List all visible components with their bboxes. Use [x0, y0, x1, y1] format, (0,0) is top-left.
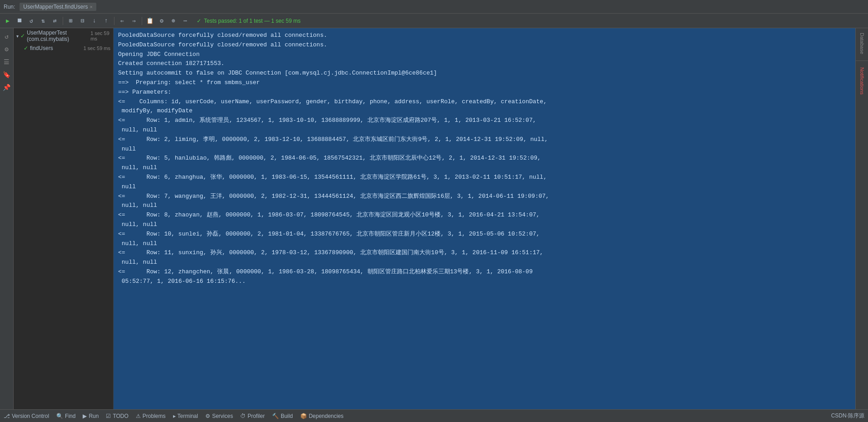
stop-button[interactable]: ⏹ — [15, 16, 25, 26]
settings-side-icon[interactable]: ⚙ — [1, 44, 12, 55]
console-line: Created connection 1827171553. — [118, 59, 851, 69]
separator-1 — [63, 17, 63, 25]
terminal-icon: ▸ — [173, 413, 176, 419]
test-tree-root[interactable]: ▾ ✓ UserMapperTest (com.csi.mybatis) 1 s… — [14, 28, 113, 44]
notifications-panel-icon[interactable]: Notifications — [858, 65, 866, 96]
sort-button[interactable]: ⇅ — [38, 16, 48, 26]
build-icon: 🔨 — [272, 413, 279, 419]
build-item[interactable]: 🔨 Build — [272, 413, 293, 419]
bookmark-side-icon[interactable]: 🔖 — [1, 69, 12, 80]
version-control-label: Version Control — [12, 413, 49, 419]
console-line: <= Row: 6, zhanghua, 张华, 0000000, 1, 198… — [118, 173, 851, 192]
test-method-label: findUsers — [30, 45, 53, 51]
run-label-status: Run — [89, 413, 99, 419]
test-class-label: UserMapperTest (com.csi.mybatis) — [27, 30, 89, 42]
profiler-item[interactable]: ⏱ Profiler — [240, 413, 265, 419]
console-line: <= Row: 12, zhangchen, 张晨, 0000000, 1, 1… — [118, 267, 851, 286]
console-line: Opening JDBC Connection — [118, 50, 851, 60]
dependencies-label: Dependencies — [309, 413, 344, 419]
down-button[interactable]: ↓ — [89, 16, 99, 26]
status-right: CSDN·陈序源 — [831, 412, 864, 420]
console-line: PooledDataSource forcefully closed/remov… — [118, 31, 851, 40]
todo-item[interactable]: ☑ TODO — [106, 413, 128, 419]
console-line: PooledDataSource forcefully closed/remov… — [118, 40, 851, 50]
prev-fail-button[interactable]: ⇐ — [117, 16, 127, 26]
todo-icon: ☑ — [106, 413, 111, 419]
console-output[interactable]: PooledDataSource forcefully closed/remov… — [114, 28, 855, 409]
todo-label: TODO — [113, 413, 128, 419]
test-method-pass-icon: ✓ — [24, 45, 28, 51]
up-button[interactable]: ↑ — [101, 16, 111, 26]
left-sidebar-icons: ↺ ⚙ ☰ 🔖 📌 — [0, 28, 14, 409]
dependencies-icon: 📦 — [300, 413, 307, 419]
test-result: ✓ Tests passed: 1 of 1 test — 1 sec 59 m… — [197, 18, 301, 24]
problems-label: Problems — [143, 413, 166, 419]
console-line: ==> Parameters: — [118, 88, 851, 97]
tab-close-icon[interactable]: × — [89, 4, 92, 10]
settings-button[interactable]: ⚙ — [157, 16, 167, 26]
filter-side-icon[interactable]: ☰ — [1, 56, 12, 67]
problems-icon: ⚠ — [136, 413, 141, 419]
pin-side-icon[interactable]: 📌 — [1, 82, 12, 93]
separator-2 — [114, 17, 114, 25]
services-icon: ⚙ — [205, 413, 210, 419]
run-icon: ▶ — [83, 413, 87, 419]
build-label: Build — [281, 413, 293, 419]
checkmark-icon: ✓ — [197, 18, 201, 24]
run-item[interactable]: ▶ Run — [83, 413, 99, 419]
version-control-icon: ⎇ — [4, 413, 10, 419]
console-line: <= Columns: id, userCode, userName, user… — [118, 97, 851, 116]
profiler-icon: ⏱ — [240, 413, 246, 419]
next-fail-button[interactable]: ⇒ — [129, 16, 139, 26]
copy-button[interactable]: 📋 — [145, 16, 155, 26]
csdn-label: CSDN·陈序源 — [831, 412, 864, 420]
tab-label: UserMapperTest.findUsers — [23, 4, 88, 10]
console-line: <= Row: 11, sunxing, 孙兴, 0000000, 2, 197… — [118, 248, 851, 267]
test-passed-label: Tests passed: 1 of 1 test — 1 sec 59 ms — [204, 18, 301, 24]
services-item[interactable]: ⚙ Services — [205, 413, 233, 419]
toggle-button[interactable]: ⇄ — [50, 16, 60, 26]
problems-item[interactable]: ⚠ Problems — [136, 413, 166, 419]
right-panel-separator — [856, 60, 868, 61]
run-toolbar: ▶ ⏹ ↺ ⇅ ⇄ ⊞ ⊟ ↓ ↑ ⇐ ⇒ 📋 ⚙ ⊕ ⋯ ✓ Tests pa… — [0, 14, 868, 28]
add-button[interactable]: ⊕ — [169, 16, 179, 26]
profiler-label: Profiler — [248, 413, 265, 419]
console-line: ==> Preparing: select * from smbms_user — [118, 78, 851, 88]
console-line: <= Row: 7, wangyang, 王洋, 0000000, 2, 198… — [118, 192, 851, 211]
separator-3 — [142, 17, 142, 25]
test-class-time: 1 sec 59 ms — [90, 30, 110, 41]
right-panel: Database Notifications — [855, 28, 868, 409]
find-label: Find — [65, 413, 75, 419]
more-button[interactable]: ⋯ — [180, 16, 190, 26]
rerun-side-icon[interactable]: ↺ — [1, 31, 12, 42]
console-line: <= Row: 5, hanlubiao, 韩路彪, 0000000, 2, 1… — [118, 154, 851, 173]
rerun-button[interactable]: ↺ — [26, 16, 36, 26]
main-layout: ↺ ⚙ ☰ 🔖 📌 ▾ ✓ UserMapperTest (com.csi.my… — [0, 28, 868, 409]
active-tab[interactable]: UserMapperTest.findUsers × — [20, 3, 96, 11]
status-bar: ⎇ Version Control 🔍 Find ▶ Run ☑ TODO ⚠ … — [0, 409, 868, 422]
services-label: Services — [212, 413, 233, 419]
test-pass-icon: ✓ — [20, 33, 25, 39]
find-icon: 🔍 — [56, 413, 63, 419]
console-line: <= Row: 1, admin, 系统管理员, 1234567, 1, 198… — [118, 116, 851, 135]
find-item[interactable]: 🔍 Find — [56, 413, 75, 419]
expand-button[interactable]: ⊞ — [66, 16, 76, 26]
test-tree-method[interactable]: ✓ findUsers 1 sec 59 ms — [21, 44, 113, 53]
dependencies-item[interactable]: 📦 Dependencies — [300, 413, 344, 419]
console-line: <= Row: 2, liming, 李明, 0000000, 2, 1983-… — [118, 135, 851, 154]
run-label: Run: — [4, 4, 15, 10]
play-button[interactable]: ▶ — [3, 16, 13, 26]
test-tree-panel: ▾ ✓ UserMapperTest (com.csi.mybatis) 1 s… — [14, 28, 114, 409]
tree-expand-icon: ▾ — [16, 34, 19, 39]
terminal-label: Terminal — [178, 413, 198, 419]
console-line: <= Row: 8, zhaoyan, 赵燕, 0000000, 1, 1986… — [118, 211, 851, 230]
terminal-item[interactable]: ▸ Terminal — [173, 413, 198, 419]
console-line: <= Row: 10, sunlei, 孙磊, 0000000, 2, 1981… — [118, 230, 851, 249]
top-tab-bar: Run: UserMapperTest.findUsers × — [0, 0, 868, 14]
console-line: Setting autocommit to false on JDBC Conn… — [118, 69, 851, 78]
database-panel-icon[interactable]: Database — [858, 31, 866, 56]
collapse-button[interactable]: ⊟ — [78, 16, 88, 26]
test-method-time: 1 sec 59 ms — [84, 45, 110, 51]
version-control-item[interactable]: ⎇ Version Control — [4, 413, 49, 419]
